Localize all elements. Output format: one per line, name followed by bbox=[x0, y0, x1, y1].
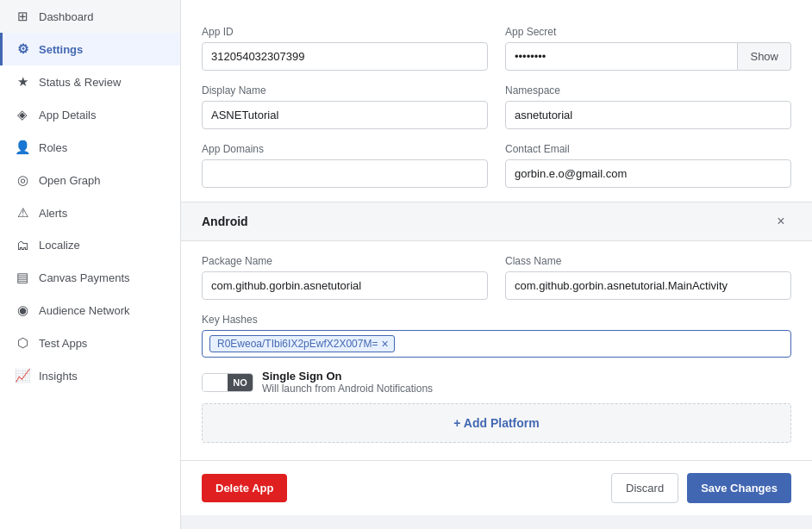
footer-bar: Delete App Discard Save Changes bbox=[181, 460, 812, 515]
app-id-secret-row: App ID App Secret Show bbox=[202, 26, 791, 71]
namespace-label: Namespace bbox=[505, 84, 791, 96]
open-graph-icon: ◎ bbox=[15, 172, 30, 188]
sidebar-item-label: Dashboard bbox=[39, 10, 94, 23]
android-section-title: Android bbox=[202, 215, 248, 228]
contact-email-input[interactable] bbox=[505, 159, 791, 188]
sidebar-item-dashboard[interactable]: ⊞ Dashboard bbox=[0, 0, 180, 33]
sidebar-item-status-review[interactable]: ★ Status & Review bbox=[0, 65, 180, 98]
display-name-input[interactable] bbox=[202, 101, 488, 129]
sidebar: ⊞ Dashboard ⚙ Settings ★ Status & Review… bbox=[0, 0, 181, 529]
class-name-group: Class Name bbox=[505, 255, 791, 300]
toggle-no-option[interactable]: NO bbox=[228, 374, 253, 391]
sidebar-item-alerts[interactable]: ⚠ Alerts bbox=[0, 196, 180, 229]
package-name-group: Package Name bbox=[202, 255, 488, 300]
key-hashes-label: Key Hashes bbox=[202, 314, 791, 326]
app-id-group: App ID bbox=[202, 26, 488, 71]
sidebar-item-app-details[interactable]: ◈ App Details bbox=[0, 98, 180, 131]
app-id-label: App ID bbox=[202, 26, 488, 38]
localize-icon: 🗂 bbox=[15, 238, 30, 252]
app-secret-group: App Secret Show bbox=[505, 26, 791, 71]
single-sign-on-labels: Single Sign On Will launch from Android … bbox=[262, 370, 433, 395]
save-changes-button[interactable]: Save Changes bbox=[687, 473, 791, 503]
key-hashes-input[interactable]: R0Eweoa/TIbi6IX2pEwfX2X007M= × bbox=[202, 330, 791, 358]
android-section-header: Android × bbox=[181, 202, 812, 241]
alerts-icon: ⚠ bbox=[15, 205, 30, 221]
toggle-yes-option[interactable] bbox=[203, 374, 228, 391]
contact-email-label: Contact Email bbox=[505, 143, 791, 155]
sidebar-item-label: Alerts bbox=[39, 207, 67, 220]
key-hashes-group: Key Hashes R0Eweoa/TIbi6IX2pEwfX2X007M= … bbox=[202, 314, 791, 358]
sidebar-item-label: Insights bbox=[39, 370, 78, 383]
sidebar-item-test-apps[interactable]: ⬡ Test Apps bbox=[0, 327, 180, 359]
single-sign-on-label: Single Sign On bbox=[262, 370, 433, 383]
app-domains-label: App Domains bbox=[202, 143, 488, 155]
sidebar-item-open-graph[interactable]: ◎ Open Graph bbox=[0, 164, 180, 196]
sidebar-item-label: Status & Review bbox=[39, 76, 121, 89]
contact-email-group: Contact Email bbox=[505, 143, 791, 188]
display-name-group: Display Name bbox=[202, 84, 488, 129]
delete-app-button[interactable]: Delete App bbox=[202, 474, 287, 502]
sidebar-item-insights[interactable]: 📈 Insights bbox=[0, 359, 180, 392]
main-content-area: App ID App Secret Show Display Name bbox=[181, 0, 812, 529]
show-secret-button[interactable]: Show bbox=[738, 42, 791, 71]
sidebar-item-label: Audience Network bbox=[39, 304, 130, 317]
sidebar-item-settings[interactable]: ⚙ Settings bbox=[0, 33, 180, 65]
package-name-label: Package Name bbox=[202, 255, 488, 267]
sidebar-item-label: Open Graph bbox=[39, 174, 101, 187]
class-name-label: Class Name bbox=[505, 255, 791, 267]
sidebar-item-roles[interactable]: 👤 Roles bbox=[0, 131, 180, 164]
app-domains-input[interactable] bbox=[202, 159, 488, 188]
sidebar-item-localize[interactable]: 🗂 Localize bbox=[0, 229, 180, 261]
app-secret-input-row: Show bbox=[505, 42, 791, 71]
sidebar-item-label: Settings bbox=[39, 43, 83, 56]
app-details-icon: ◈ bbox=[15, 107, 30, 122]
namespace-input[interactable] bbox=[505, 101, 791, 129]
close-android-button[interactable]: × bbox=[771, 211, 791, 232]
single-sign-on-row: NO Single Sign On Will launch from Andro… bbox=[202, 370, 791, 395]
test-apps-icon: ⬡ bbox=[15, 335, 30, 351]
display-namespace-row: Display Name Namespace bbox=[202, 84, 791, 129]
package-class-row: Package Name Class Name bbox=[202, 255, 791, 300]
sidebar-item-audience-network[interactable]: ◉ Audience Network bbox=[0, 294, 180, 327]
settings-icon: ⚙ bbox=[15, 41, 30, 57]
discard-button[interactable]: Discard bbox=[611, 473, 678, 503]
app-id-input[interactable] bbox=[202, 42, 488, 71]
key-hash-value: R0Eweoa/TIbi6IX2pEwfX2X007M= bbox=[217, 338, 378, 350]
settings-form: App ID App Secret Show Display Name bbox=[181, 0, 812, 460]
sidebar-item-label: App Details bbox=[39, 109, 96, 121]
package-name-input[interactable] bbox=[202, 271, 488, 300]
display-name-label: Display Name bbox=[202, 84, 488, 96]
sidebar-item-label: Canvas Payments bbox=[39, 271, 130, 284]
audience-network-icon: ◉ bbox=[15, 302, 30, 318]
roles-icon: 👤 bbox=[15, 140, 30, 155]
key-hash-tag: R0Eweoa/TIbi6IX2pEwfX2X007M= × bbox=[209, 335, 395, 352]
remove-key-hash-button[interactable]: × bbox=[381, 338, 388, 350]
domains-email-row: App Domains Contact Email bbox=[202, 143, 791, 188]
dashboard-icon: ⊞ bbox=[15, 9, 30, 24]
star-icon: ★ bbox=[15, 74, 30, 90]
sidebar-item-label: Roles bbox=[39, 141, 67, 154]
app-secret-input[interactable] bbox=[505, 42, 738, 71]
sidebar-item-canvas-payments[interactable]: ▤ Canvas Payments bbox=[0, 261, 180, 294]
app-domains-group: App Domains bbox=[202, 143, 488, 188]
footer-right-buttons: Discard Save Changes bbox=[611, 473, 791, 503]
add-platform-button[interactable]: + Add Platform bbox=[202, 403, 791, 443]
class-name-input[interactable] bbox=[505, 271, 791, 300]
canvas-payments-icon: ▤ bbox=[15, 270, 30, 285]
insights-icon: 📈 bbox=[15, 368, 30, 383]
sidebar-item-label: Test Apps bbox=[39, 337, 87, 350]
single-sign-on-sublabel: Will launch from Android Notifications bbox=[262, 383, 433, 395]
app-secret-label: App Secret bbox=[505, 26, 791, 38]
sidebar-item-label: Localize bbox=[39, 239, 80, 252]
single-sign-on-toggle[interactable]: NO bbox=[202, 373, 253, 392]
namespace-group: Namespace bbox=[505, 84, 791, 129]
